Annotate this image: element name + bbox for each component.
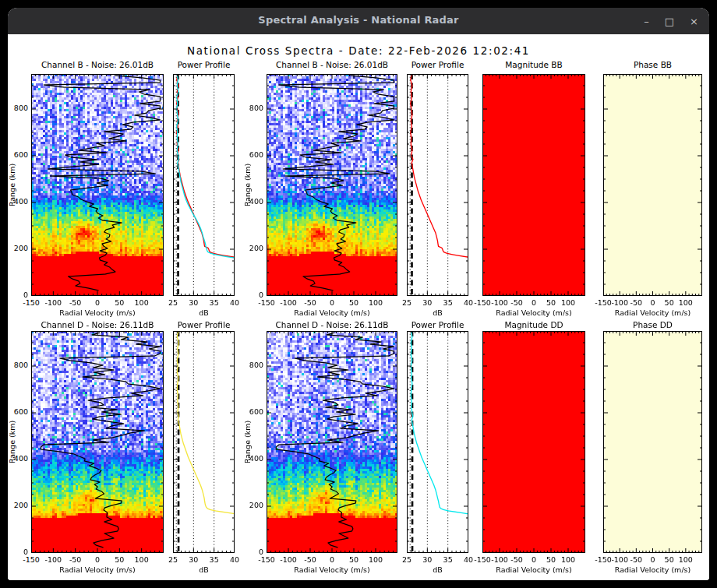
- x-axis-title: dB: [154, 566, 254, 575]
- channel-d-noise-26-11db-plot: [31, 331, 164, 553]
- x-tick-label: 100: [551, 556, 585, 565]
- content-area: National Cross Spectra - Date: 22-Feb-20…: [8, 34, 709, 580]
- y-axis-title: Range (km): [244, 395, 253, 488]
- x-tick-label: 100: [551, 299, 585, 308]
- x-tick-label: 100: [669, 299, 703, 308]
- y-tick-label: 800: [8, 361, 28, 370]
- channel-b-noise-26-01db-plot: [267, 74, 397, 296]
- power-profile-title: Power Profile: [154, 60, 254, 69]
- phase-bb-plot: [603, 74, 702, 296]
- x-tick-label: 100: [125, 556, 159, 565]
- y-tick-label: 200: [234, 245, 263, 253]
- title-bar[interactable]: Spectral Analysis - National Radar – □ ×: [8, 8, 709, 34]
- close-icon[interactable]: ×: [690, 16, 698, 26]
- y-axis-title: Range (km): [244, 138, 253, 231]
- power-profile-plot: [407, 74, 468, 296]
- power-profile-plot: [407, 331, 468, 553]
- y-tick-label: 800: [234, 104, 263, 113]
- magnitude-bb-plot: [482, 74, 585, 296]
- window-controls: – □ ×: [644, 8, 698, 34]
- y-tick-label: 800: [8, 104, 28, 113]
- x-axis-title: dB: [154, 309, 254, 318]
- channel-d-noise-26-11db-plot: [267, 331, 397, 553]
- y-tick-label: 0: [8, 548, 28, 557]
- y-tick-label: 200: [8, 502, 28, 510]
- x-tick-label: 100: [358, 556, 393, 565]
- x-tick-label: 100: [358, 299, 393, 308]
- y-tick-label: 200: [8, 245, 28, 253]
- x-tick-label: 100: [669, 556, 703, 565]
- y-tick-label: 0: [234, 548, 263, 557]
- minimize-icon[interactable]: –: [644, 16, 649, 26]
- x-tick-label: 40: [217, 299, 252, 308]
- channel-b-noise-26-01db-plot: [31, 74, 164, 296]
- window-title: Spectral Analysis - National Radar: [8, 14, 709, 26]
- phase-bb-title: Phase BB: [584, 60, 709, 69]
- main-heading: National Cross Spectra - Date: 22-Feb-20…: [8, 44, 709, 57]
- y-tick-label: 200: [234, 502, 263, 510]
- magnitude-dd-plot: [482, 331, 585, 553]
- x-tick-label: 100: [125, 299, 159, 308]
- x-axis-title: Radial Velocity (m/s): [584, 566, 709, 575]
- power-profile-plot: [173, 331, 235, 553]
- y-tick-label: 800: [234, 361, 263, 370]
- x-axis-title: Radial Velocity (m/s): [584, 309, 709, 318]
- maximize-icon[interactable]: □: [665, 16, 674, 26]
- y-tick-label: 0: [234, 291, 263, 300]
- power-profile-title: Power Profile: [154, 320, 254, 329]
- phase-dd-plot: [603, 331, 702, 553]
- y-tick-label: 0: [8, 291, 28, 300]
- power-profile-plot: [173, 74, 235, 296]
- app-window: Spectral Analysis - National Radar – □ ×…: [8, 8, 709, 580]
- x-tick-label: 40: [217, 556, 252, 565]
- y-axis-title: Range (km): [9, 395, 17, 488]
- y-axis-title: Range (km): [9, 138, 17, 231]
- phase-dd-title: Phase DD: [584, 320, 709, 329]
